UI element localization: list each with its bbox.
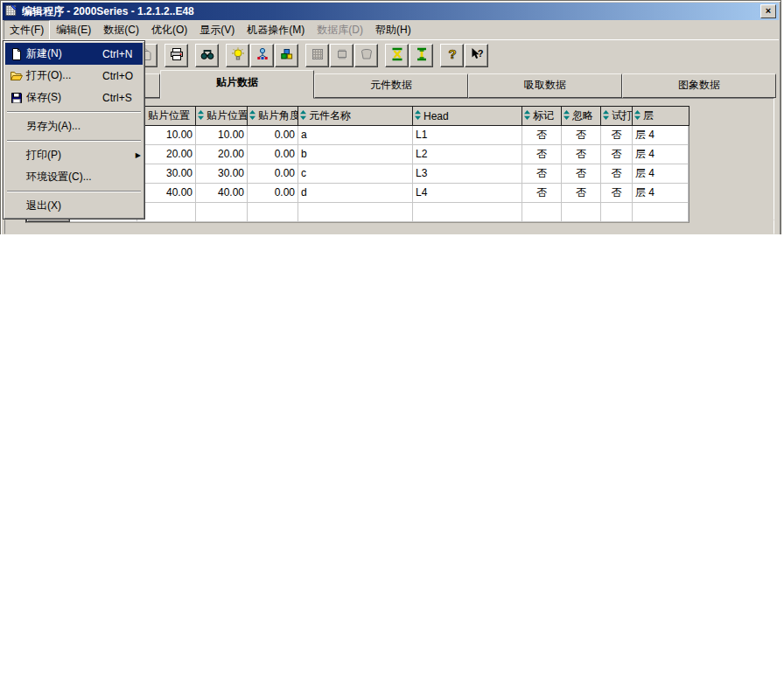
- cell[interactable]: 否: [522, 164, 562, 184]
- toolbar-help-button[interactable]: ?: [440, 44, 464, 67]
- editor-window-bottom-with-file-menu: 编辑程序 - 2000Series - 1.2.1.2..E48×文件(F)编辑…: [0, 0, 781, 220]
- menu-item-label: 打印(P): [26, 148, 94, 163]
- cell[interactable]: 否: [522, 184, 562, 203]
- open-folder-icon: [7, 69, 26, 83]
- cell[interactable]: 层 4: [633, 184, 689, 203]
- cell[interactable]: [196, 203, 248, 220]
- toolbar-width-measure-button[interactable]: [385, 44, 409, 67]
- cell[interactable]: 20.00: [196, 145, 248, 164]
- menu-item-shortcut: Ctrl+S: [102, 92, 141, 104]
- column-header[interactable]: Head: [413, 107, 522, 125]
- cell[interactable]: L3: [413, 164, 522, 184]
- column-header[interactable]: 贴片位置: [196, 107, 248, 125]
- height-measure-icon: [415, 47, 429, 64]
- toolbar-optimize-nodes-button[interactable]: [250, 44, 274, 67]
- cell[interactable]: 否: [562, 184, 601, 203]
- cell[interactable]: 否: [522, 126, 562, 145]
- cell[interactable]: 层 4: [633, 164, 689, 184]
- cell[interactable]: 否: [562, 164, 601, 184]
- menubar-item-file[interactable]: 文件(F): [4, 20, 50, 40]
- column-header-label: 贴片位置: [148, 108, 190, 123]
- toolbar-chip-button[interactable]: [330, 44, 354, 67]
- menubar-item-edit[interactable]: 编辑(E): [50, 20, 97, 40]
- cell[interactable]: 否: [562, 126, 601, 145]
- column-header[interactable]: 元件名称: [298, 107, 413, 125]
- tab-pickup-data[interactable]: 吸取数据: [468, 73, 622, 98]
- toolbar-print-button[interactable]: [164, 44, 188, 67]
- cell[interactable]: [601, 203, 633, 220]
- cell[interactable]: 40.00: [196, 184, 248, 203]
- cell[interactable]: d: [298, 184, 413, 203]
- cell[interactable]: 层 4: [633, 145, 689, 164]
- menu-item-label: 另存为(A)...: [26, 119, 102, 134]
- column-header[interactable]: 忽略: [562, 107, 601, 125]
- cell[interactable]: 10.00: [196, 126, 248, 145]
- title-bar[interactable]: 编辑程序 - 2000Series - 1.2.1.2..E48×: [3, 3, 779, 20]
- column-header[interactable]: 试打: [601, 107, 633, 125]
- menubar-item-help[interactable]: 帮助(H): [369, 20, 417, 40]
- tab-image-data[interactable]: 图象数据: [622, 73, 776, 98]
- cell[interactable]: 否: [601, 164, 633, 184]
- menu-separator: [7, 191, 141, 192]
- toolbar-feeder-pot-button[interactable]: [354, 44, 378, 67]
- toolbar-height-measure-button[interactable]: [410, 44, 433, 67]
- cell[interactable]: 否: [522, 145, 562, 164]
- column-header-label: Head: [424, 110, 449, 122]
- cell[interactable]: [413, 203, 522, 220]
- menu-item-exit[interactable]: 退出(X): [5, 195, 143, 217]
- cell[interactable]: 否: [601, 145, 633, 164]
- tab-placement-data[interactable]: 贴片数据: [160, 70, 314, 99]
- toolbar-components-cubes-button[interactable]: [275, 44, 298, 67]
- toolbar-light-bulb-button[interactable]: [226, 44, 249, 67]
- menubar-item-data[interactable]: 数据(C): [97, 20, 145, 40]
- cell[interactable]: L4: [413, 184, 522, 203]
- column-header[interactable]: 贴片角度: [248, 107, 298, 125]
- toolbar-find-binoculars-button[interactable]: [195, 44, 219, 67]
- cell[interactable]: 0.00: [248, 164, 298, 184]
- menubar-item-optimize[interactable]: 优化(O): [145, 20, 193, 40]
- menu-item-save[interactable]: 保存(S)Ctrl+S: [5, 87, 143, 108]
- menu-item-settings[interactable]: 环境设置(C)...: [5, 166, 143, 188]
- close-button[interactable]: ×: [760, 4, 776, 18]
- toolbar-context-help-button[interactable]: ?: [465, 44, 488, 67]
- menubar-item-machine[interactable]: 机器操作(M): [241, 20, 311, 40]
- cell[interactable]: [562, 203, 601, 220]
- menu-separator: [7, 111, 141, 113]
- cell[interactable]: 否: [562, 145, 601, 164]
- cell[interactable]: [633, 203, 689, 220]
- cell[interactable]: 0.00: [248, 126, 298, 145]
- cell[interactable]: [522, 203, 562, 220]
- tab-component-data[interactable]: 元件数据: [314, 73, 468, 98]
- cell[interactable]: L2: [413, 145, 522, 164]
- toolbar-board-grid-button[interactable]: [305, 44, 329, 67]
- column-header[interactable]: 贴片位置: [137, 107, 196, 125]
- cell[interactable]: [137, 203, 196, 220]
- cell[interactable]: 0.00: [248, 184, 298, 203]
- save-icon: [7, 91, 26, 105]
- cell[interactable]: 否: [601, 126, 633, 145]
- cell[interactable]: 40.00: [137, 184, 196, 203]
- cell[interactable]: 30.00: [137, 164, 196, 184]
- menu-item-new[interactable]: 新建(N)Ctrl+N: [5, 43, 143, 65]
- cell[interactable]: [298, 203, 413, 220]
- cell[interactable]: 20.00: [137, 145, 196, 164]
- column-header[interactable]: 层: [633, 107, 689, 125]
- cell[interactable]: 层 4: [633, 126, 689, 145]
- menu-item-label: 环境设置(C)...: [26, 170, 102, 185]
- file-menu-dropdown: 新建(N)Ctrl+N打开(O)...Ctrl+O保存(S)Ctrl+S另存为(…: [3, 40, 145, 220]
- menu-item-print[interactable]: 打印(P)▶: [5, 144, 143, 166]
- menu-item-open[interactable]: 打开(O)...Ctrl+O: [5, 65, 143, 87]
- menu-item-save-as[interactable]: 另存为(A)...: [5, 115, 143, 137]
- cell[interactable]: a: [298, 126, 413, 145]
- cell[interactable]: b: [298, 145, 413, 164]
- cell[interactable]: [248, 203, 298, 220]
- menubar-item-database[interactable]: 数据库(D): [311, 20, 369, 40]
- cell[interactable]: L1: [413, 126, 522, 145]
- cell[interactable]: 10.00: [137, 126, 196, 145]
- cell[interactable]: 30.00: [196, 164, 248, 184]
- column-header[interactable]: 标记: [522, 107, 562, 125]
- cell[interactable]: c: [298, 164, 413, 184]
- cell[interactable]: 否: [601, 184, 633, 203]
- cell[interactable]: 0.00: [248, 145, 298, 164]
- menubar-item-view[interactable]: 显示(V): [193, 20, 241, 40]
